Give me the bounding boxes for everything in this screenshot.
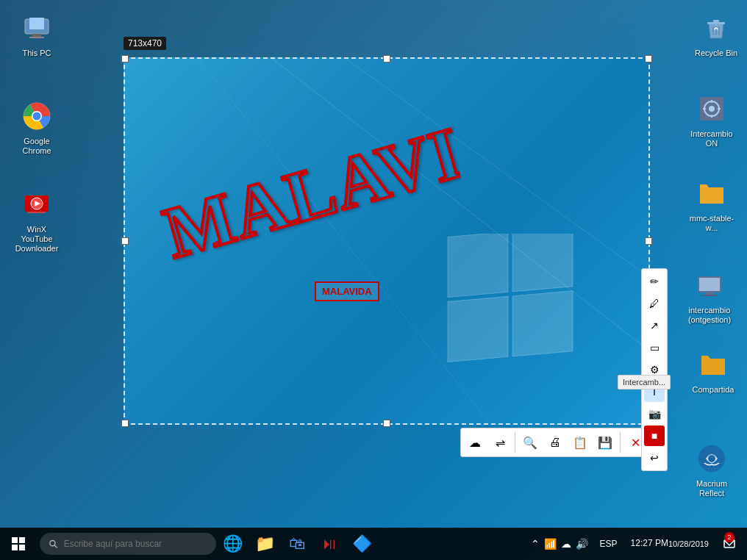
- svg-rect-39: [19, 537, 25, 543]
- tray-language[interactable]: ESP: [596, 528, 622, 560]
- tool-arrow[interactable]: ↗: [644, 315, 665, 336]
- tool-pencil[interactable]: ✏: [644, 271, 665, 292]
- tool-color-red[interactable]: ■: [644, 426, 665, 446]
- macrium-icon: [694, 441, 729, 476]
- svg-rect-2: [32, 34, 41, 37]
- desktop-icon-macrium[interactable]: Macrium Reflect: [682, 438, 741, 501]
- notification-button[interactable]: 2: [718, 528, 741, 560]
- search-input[interactable]: [64, 539, 207, 549]
- tool-undo[interactable]: ↩: [644, 448, 665, 468]
- intercambio-ontgestion-label: intercambio (ontgestion): [683, 306, 736, 325]
- handle-top-left[interactable]: [121, 55, 129, 62]
- media-icon: ⏯: [321, 534, 337, 553]
- toolbar-share-btn[interactable]: ⇌: [488, 431, 512, 454]
- macrium-label: Macrium Reflect: [685, 479, 738, 498]
- svg-rect-38: [12, 537, 18, 543]
- intercambio-on-icon: [694, 91, 729, 126]
- desktop-icon-recycle[interactable]: Recycle Bin: [687, 7, 746, 61]
- svg-rect-25: [699, 278, 720, 291]
- search-icon: [49, 539, 58, 549]
- tool-pen[interactable]: 🖊: [644, 293, 665, 314]
- tray-chevron[interactable]: ⌃: [531, 538, 540, 550]
- taskbar-clock[interactable]: 12:27 PM 10/28/2019: [625, 528, 715, 560]
- intercambio-on-label: Intercambio ON: [685, 129, 738, 148]
- svg-rect-40: [12, 545, 18, 550]
- svg-rect-11: [28, 212, 46, 213]
- toolbar-save-btn[interactable]: 💾: [593, 431, 617, 454]
- handle-bottom-middle[interactable]: [383, 420, 390, 427]
- this-pc-label: This PC: [22, 49, 51, 58]
- store-icon: 🛍: [289, 534, 305, 553]
- start-button[interactable]: [0, 528, 37, 560]
- edge-icon: 🌐: [223, 534, 243, 553]
- desktop-icon-chrome[interactable]: Google Chrome: [7, 96, 66, 159]
- mmc-label: mmc-stable-w...: [685, 214, 738, 233]
- desktop: This PC Google Chrome: [0, 0, 747, 560]
- taskbar: 🌐 📁 🛍 ⏯ 🔷 ⌃ 📶 ☁ 🔊 ESP 12: [0, 528, 747, 560]
- compartida-icon: [696, 347, 731, 382]
- winx-icon: [19, 187, 54, 222]
- winx-label: WinX YouTube Downloader: [10, 225, 63, 254]
- taskbar-media[interactable]: ⏯: [313, 528, 346, 560]
- handle-top-middle[interactable]: [383, 55, 390, 62]
- snip-dimensions-label: 713x470: [124, 37, 166, 50]
- mmc-icon: [694, 176, 729, 211]
- desktop-icon-mmc[interactable]: mmc-stable-w...: [682, 173, 741, 236]
- snip-selection-border: [124, 57, 650, 425]
- toolbar-print-btn[interactable]: 🖨: [543, 431, 567, 454]
- clock-date: 10/28/2019: [668, 539, 709, 549]
- taskbar-edge[interactable]: 🌐: [216, 528, 249, 560]
- svg-rect-13: [713, 20, 719, 22]
- svg-point-29: [708, 455, 715, 462]
- taskbar-app5[interactable]: 🔷: [346, 528, 378, 560]
- taskbar-explorer[interactable]: 📁: [249, 528, 281, 560]
- this-pc-icon: [19, 10, 54, 46]
- snip-bottom-toolbar: ☁ ⇌ 🔍 🖨 📋 💾 ✕: [460, 428, 650, 457]
- tray-volume[interactable]: 🔊: [576, 538, 588, 550]
- svg-rect-27: [702, 295, 717, 296]
- chrome-icon: [19, 98, 54, 134]
- intercambio-ontgestion-icon: [692, 268, 727, 303]
- svg-point-19: [709, 106, 715, 112]
- tool-screenshot[interactable]: 📷: [644, 403, 665, 424]
- svg-point-42: [50, 540, 55, 545]
- app5-icon: 🔷: [352, 534, 372, 553]
- desktop-icon-intercambio-on[interactable]: Intercambio ON: [682, 88, 741, 151]
- tray-onedrive[interactable]: ☁: [561, 538, 571, 550]
- tray-network[interactable]: 📶: [544, 538, 557, 550]
- explorer-icon: 📁: [255, 534, 275, 553]
- recycle-bin-icon: [698, 10, 734, 46]
- tool-rect[interactable]: ▭: [644, 337, 665, 358]
- taskbar-search[interactable]: [40, 533, 216, 555]
- toolbar-search-btn[interactable]: 🔍: [518, 431, 542, 454]
- app-tooltip: Intercamb...: [618, 375, 671, 390]
- compartida-label: Compartida: [693, 385, 735, 395]
- toolbar-cloud-btn[interactable]: ☁: [463, 431, 487, 454]
- chrome-label: Google Chrome: [10, 137, 63, 156]
- svg-point-7: [33, 112, 41, 121]
- snip-container: 713x470 MALAVIDA: [124, 57, 650, 425]
- handle-top-right[interactable]: [645, 55, 652, 62]
- taskbar-store[interactable]: 🛍: [281, 528, 313, 560]
- notification-badge: 2: [724, 532, 735, 542]
- svg-rect-3: [29, 37, 44, 38]
- desktop-icon-intercambio-ontgestion[interactable]: intercambio (ontgestion): [680, 265, 739, 328]
- tray-icons: ⌃ 📶 ☁ 🔊: [526, 538, 593, 550]
- svg-rect-1: [29, 18, 44, 29]
- svg-rect-26: [705, 292, 714, 295]
- svg-rect-12: [707, 22, 725, 24]
- handle-middle-right[interactable]: [645, 237, 652, 245]
- recycle-bin-label: Recycle Bin: [695, 49, 737, 58]
- desktop-icon-winx[interactable]: WinX YouTube Downloader: [7, 184, 66, 257]
- svg-line-43: [54, 545, 57, 548]
- right-toolbar: ✏ 🖊 ↗ ▭ ⚙ T 📷 ■ ↩: [641, 268, 668, 471]
- handle-middle-left[interactable]: [121, 237, 129, 245]
- system-tray: ⌃ 📶 ☁ 🔊 ESP 12:27 PM 10/28/2019 2: [526, 528, 747, 560]
- svg-rect-41: [19, 545, 25, 550]
- handle-bottom-left[interactable]: [121, 420, 129, 427]
- desktop-icon-compartida[interactable]: Compartida: [684, 344, 743, 398]
- desktop-icon-this-pc[interactable]: This PC: [7, 7, 66, 61]
- clock-time: 12:27 PM: [631, 538, 668, 550]
- toolbar-copy-btn[interactable]: 📋: [568, 431, 592, 454]
